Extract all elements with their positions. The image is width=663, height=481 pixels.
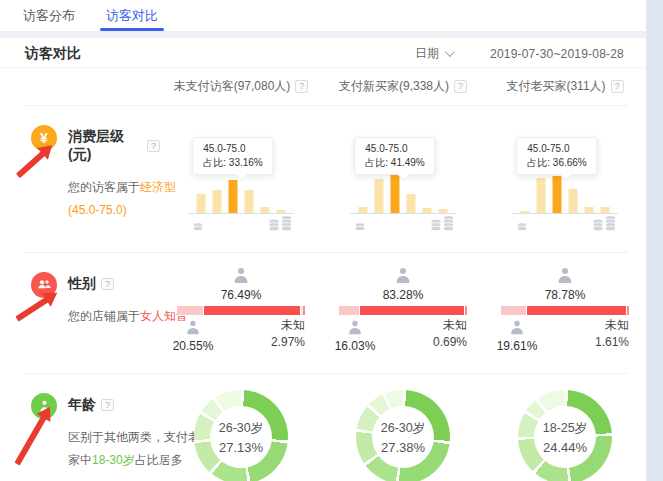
- tab-visitor-distribution[interactable]: 访客分布: [23, 0, 75, 31]
- column-header-text: 未支付访客(97,080人): [174, 78, 291, 95]
- unknown-block: 未知 1.61%: [581, 317, 629, 351]
- coins-high-icon: [267, 215, 294, 236]
- help-icon[interactable]: ?: [611, 80, 624, 93]
- unknown-label: 未知: [581, 317, 629, 334]
- visitor-compare-app: 访客分布 访客对比 访客对比 日期 2019-07-30~2019-08-28 …: [0, 0, 646, 481]
- consumption-bar-chart: [521, 176, 610, 213]
- gender-segment-unknown: [465, 306, 467, 315]
- gender-segment-female: [360, 306, 464, 315]
- unknown-label: 未知: [419, 317, 467, 334]
- desc-text: 您的访客属于: [68, 180, 140, 194]
- male-icon: [510, 321, 524, 335]
- date-filter-label[interactable]: 日期: [415, 45, 439, 62]
- visitor-compare-card: 访客对比 日期 2019-07-30~2019-08-28 未支付访客(97,0…: [0, 38, 646, 481]
- date-filter[interactable]: 日期 2019-07-30~2019-08-28: [415, 45, 624, 62]
- donut-center: 26-30岁 27.38%: [372, 406, 434, 468]
- female-icon: [557, 268, 573, 283]
- bar: [245, 190, 254, 213]
- male-percent: 16.03%: [325, 339, 385, 353]
- female-percent: 83.28%: [322, 288, 484, 302]
- bar: [213, 190, 222, 213]
- age-chart-new-buyers: 26-30岁 27.38%: [322, 374, 484, 481]
- help-icon[interactable]: ?: [454, 80, 467, 93]
- chart-tooltip: 45.0-75.0 占比: 36.66%: [516, 137, 597, 175]
- gender-segment-female: [527, 306, 626, 315]
- gender-segment-male: [501, 306, 526, 315]
- column-header-row: 未支付访客(97,080人) ? 支付新买家(9,338人) ? 支付老买家(3…: [0, 68, 646, 105]
- donut-age-share: 27.13%: [219, 440, 263, 455]
- tooltip-share: 占比: 33.16%: [203, 156, 262, 170]
- donut-age-group: 26-30岁: [219, 420, 263, 437]
- card-header: 访客对比 日期 2019-07-30~2019-08-28: [0, 38, 646, 68]
- female-icon: [233, 268, 249, 283]
- bar-highlighted: [553, 176, 562, 213]
- gender-bar: [339, 306, 467, 315]
- chart-axis: [188, 213, 294, 214]
- male-icon: [348, 321, 362, 335]
- help-icon[interactable]: ?: [295, 80, 308, 93]
- gender-chart-new-buyers: 83.28% 16.03% 未知 0.69%: [322, 253, 484, 373]
- consumption-chart-old-buyers: 45.0-75.0 占比: 36.66%: [484, 106, 646, 252]
- consumption-chart-new-buyers: 45.0-75.0 占比: 41.49%: [322, 106, 484, 252]
- help-icon[interactable]: ?: [101, 278, 114, 290]
- chart-axis: [512, 213, 618, 214]
- row-age: 年龄 ? 区别于其他两类，支付老买家中18-30岁占比居多 26-30岁 27.…: [0, 374, 646, 481]
- gender-segment-male: [177, 306, 203, 315]
- date-range-value[interactable]: 2019-07-30~2019-08-28: [490, 47, 624, 61]
- coins-high-icon: [429, 215, 456, 236]
- coins-low-icon: [192, 218, 204, 236]
- donut-age-group: 18-25岁: [543, 420, 587, 437]
- age-chart-unpaid: 26-30岁 27.13%: [160, 374, 322, 481]
- donut-age-share: 24.44%: [543, 440, 587, 455]
- consumption-row-label: ¥ 消费层级(元) ? 您的访客属于经济型(45.0-75.0): [0, 106, 160, 252]
- tooltip-share: 占比: 36.66%: [527, 156, 586, 170]
- female-percent: 78.78%: [484, 288, 646, 302]
- gender-title: 性别: [68, 275, 96, 293]
- female-icon: [395, 268, 411, 283]
- help-icon[interactable]: ?: [101, 399, 114, 411]
- unknown-block: 未知 2.97%: [257, 317, 305, 351]
- coins-low-icon: [516, 218, 528, 236]
- chart-tooltip: 45.0-75.0 占比: 41.49%: [354, 137, 435, 175]
- donut-center: 18-25岁 24.44%: [534, 406, 596, 468]
- donut-center: 26-30岁 27.13%: [210, 406, 272, 468]
- chart-tooltip: 45.0-75.0 占比: 33.16%: [192, 137, 273, 175]
- gender-segment-unknown: [301, 306, 305, 315]
- bar: [375, 179, 384, 213]
- unknown-percent: 0.69%: [419, 334, 467, 351]
- age-title: 年龄: [68, 396, 96, 414]
- male-icon: [186, 321, 200, 335]
- coins-low-icon: [354, 218, 366, 236]
- gender-segment-unknown: [627, 306, 629, 315]
- consumption-chart-unpaid: 45.0-75.0 占比: 33.16%: [160, 106, 322, 252]
- help-icon[interactable]: ?: [147, 140, 160, 152]
- unknown-block: 未知 0.69%: [419, 317, 467, 351]
- bar: [407, 194, 416, 213]
- column-header-text: 支付老买家(311人): [506, 78, 605, 95]
- unknown-label: 未知: [257, 317, 305, 334]
- female-percent: 76.49%: [160, 288, 322, 302]
- gender-bar: [501, 306, 629, 315]
- unknown-percent: 1.61%: [581, 334, 629, 351]
- consumption-bar-chart: [197, 180, 286, 213]
- tab-visitor-compare[interactable]: 访客对比: [106, 0, 158, 31]
- column-header-text: 支付新买家(9,338人): [339, 78, 449, 95]
- male-percent: 20.55%: [163, 339, 223, 353]
- column-header-new-buyers: 支付新买家(9,338人) ?: [322, 68, 484, 105]
- donut-age-group: 26-30岁: [381, 420, 425, 437]
- chevron-down-icon: [445, 47, 455, 57]
- column-header-old-buyers: 支付老买家(311人) ?: [484, 68, 646, 105]
- male-percent: 19.61%: [487, 339, 547, 353]
- age-donut-chart: 26-30岁 27.13%: [194, 390, 288, 481]
- donut-age-share: 27.38%: [381, 440, 425, 455]
- gender-chart-old-buyers: 78.78% 19.61% 未知 1.61%: [484, 253, 646, 373]
- label-column-spacer: [0, 68, 160, 105]
- row-gender: 性别 ? 您的店铺属于女人知音 76.49% 20.55%: [0, 253, 646, 373]
- column-header-unpaid: 未支付访客(97,080人) ?: [160, 68, 322, 105]
- tooltip-range: 45.0-75.0: [203, 142, 262, 156]
- age-row-label: 年龄 ? 区别于其他两类，支付老买家中18-30岁占比居多: [0, 374, 160, 481]
- unknown-percent: 2.97%: [257, 334, 305, 351]
- age-donut-chart: 26-30岁 27.38%: [356, 390, 450, 481]
- tab-bar: 访客分布 访客对比: [0, 0, 646, 32]
- age-donut-chart: 18-25岁 24.44%: [518, 390, 612, 481]
